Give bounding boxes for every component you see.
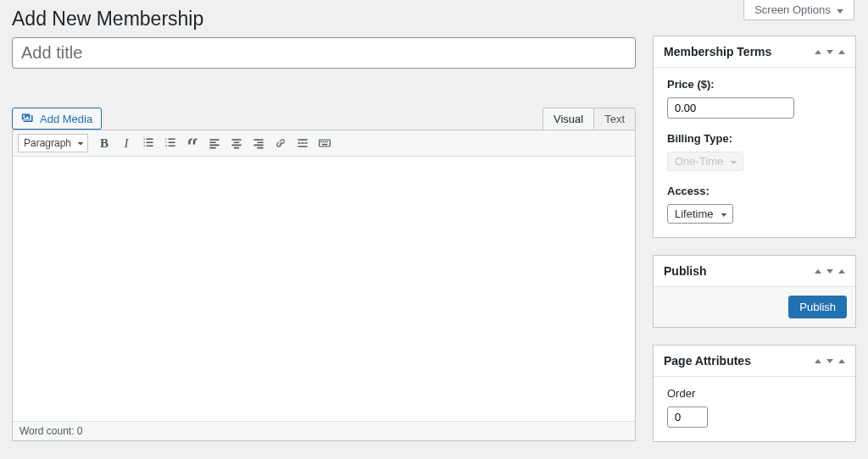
access-label: Access: [667,185,842,197]
media-icon [21,112,35,125]
align-left-icon [208,136,221,150]
access-select[interactable]: Lifetime [667,204,733,224]
price-input[interactable] [667,97,794,119]
quote-icon [186,136,199,150]
page-attributes-title: Page Attributes [664,354,751,368]
svg-rect-1 [320,141,322,143]
read-more-icon [296,136,309,150]
publish-box: Publish Publish [653,255,856,328]
add-media-label: Add Media [40,113,92,125]
screen-options-toggle[interactable]: Screen Options [743,0,854,20]
membership-terms-box: Membership Terms Price ($): Billing Type… [653,36,856,238]
italic-button[interactable]: I [117,134,136,152]
membership-terms-title: Membership Terms [664,45,771,58]
order-input[interactable] [667,406,708,428]
chevron-up-icon[interactable] [815,50,821,54]
blockquote-button[interactable] [183,134,202,152]
collapse-toggle-icon[interactable] [838,359,845,363]
order-label: Order [667,387,842,400]
align-center-button[interactable] [227,134,246,152]
list-ul-icon [142,136,155,150]
svg-rect-4 [326,141,328,143]
svg-rect-0 [320,140,331,147]
editor-mode-tabs: Visual Text [543,108,636,130]
svg-rect-5 [322,144,327,146]
align-left-button[interactable] [205,134,224,152]
editor-container: Paragraph B I [12,130,636,441]
link-button[interactable] [271,134,290,152]
chevron-down-icon[interactable] [826,269,833,274]
tab-text[interactable]: Text [593,108,636,130]
post-title-input[interactable] [12,37,636,69]
tab-visual[interactable]: Visual [542,108,594,130]
numbered-list-button[interactable] [161,134,180,152]
toolbar-toggle-button[interactable] [315,134,334,152]
chevron-up-icon[interactable] [815,359,821,363]
publish-title: Publish [664,264,707,278]
page-title: Add New Membership [12,0,868,34]
chevron-down-icon[interactable] [826,50,833,54]
bulleted-list-button[interactable] [139,134,158,152]
read-more-button[interactable] [293,134,312,152]
page-attributes-box: Page Attributes Order [653,345,856,442]
billing-type-label: Billing Type: [667,132,842,145]
align-center-icon [230,136,243,150]
bold-button[interactable]: B [95,134,114,152]
svg-rect-3 [325,141,326,143]
price-label: Price ($): [667,78,842,91]
collapse-toggle-icon[interactable] [838,50,845,54]
chevron-up-icon[interactable] [815,269,821,274]
add-media-button[interactable]: Add Media [12,108,102,130]
word-count: Word count: 0 [13,421,635,440]
align-right-icon [252,136,265,150]
editor-toolbar: Paragraph B I [13,130,635,157]
publish-button[interactable]: Publish [788,296,847,318]
align-right-button[interactable] [249,134,268,152]
list-ol-icon [164,136,177,150]
screen-options-label: Screen Options [754,3,831,16]
collapse-toggle-icon[interactable] [838,269,845,274]
chevron-down-icon [837,9,843,14]
link-icon [274,136,287,150]
block-format-select[interactable]: Paragraph [18,134,88,152]
chevron-down-icon[interactable] [826,359,833,363]
keyboard-icon [318,136,331,150]
billing-type-select: One-Time [667,152,743,171]
svg-rect-2 [323,141,325,143]
content-editor[interactable] [13,157,635,421]
